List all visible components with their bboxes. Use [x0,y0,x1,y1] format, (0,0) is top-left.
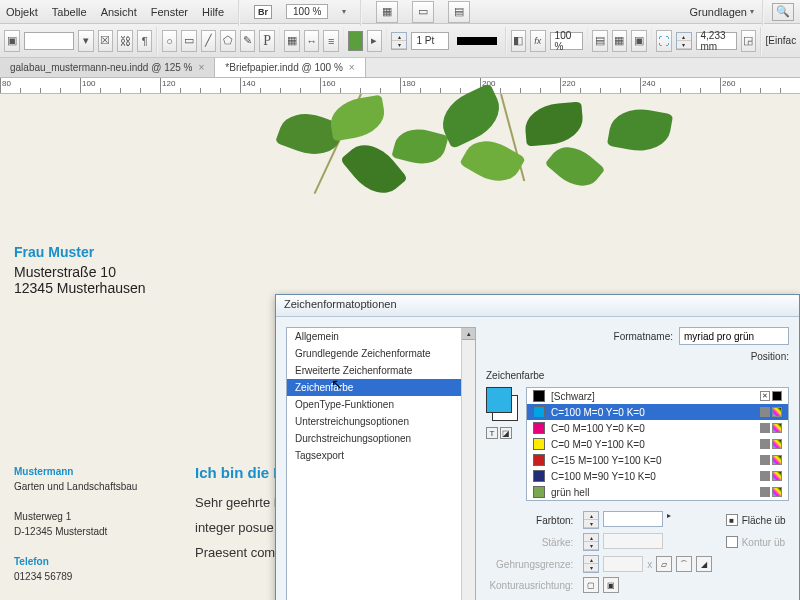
horizontal-ruler[interactable]: 80100120140160180200220240260280 [0,78,800,94]
align-icon[interactable]: ≡ [323,30,339,52]
tint-spinner[interactable]: ▴▾ [583,511,599,529]
stroke-overprint-label: Kontur üb [742,537,785,548]
shape-ellipse-icon[interactable]: ○ [162,30,178,52]
workspace-switcher[interactable]: Grundlagen [690,6,755,18]
separator [156,27,157,55]
bridge-icon[interactable]: Br [254,5,272,19]
join-miter-icon[interactable]: ⏥ [656,556,672,572]
fill-swatch[interactable] [348,31,362,51]
weight-spinner[interactable]: ▴▾ [583,533,599,551]
swatch-row[interactable]: grün hell [527,484,788,500]
dropdown-icon[interactable]: ▾ [78,30,94,52]
fill-overprint-label: Fläche üb [742,515,786,526]
tint-dropdown-icon[interactable]: ▸ [667,511,671,529]
category-item[interactable]: Erweiterte Zeichenformate [287,362,475,379]
link-icon[interactable]: ⛓ [117,30,133,52]
fx-icon[interactable]: fx [530,30,546,52]
document-tab-2[interactable]: *Briefpapier.indd @ 100 % × [215,58,365,77]
screen-mode-icon[interactable]: ▭ [412,1,434,23]
opacity-field[interactable]: 100 % [550,32,583,50]
category-item[interactable]: Tagsexport [287,447,475,464]
swap-icon[interactable]: ▸ [367,30,383,52]
separator [651,27,652,55]
miter-spinner[interactable]: ▴▾ [583,555,599,573]
corner-icon[interactable]: ◲ [741,30,757,52]
category-item[interactable]: Unterstreichungsoptionen [287,413,475,430]
swatch-type-icons [760,487,782,497]
measure-spinner[interactable]: ▴▾ [676,32,692,50]
type-icon[interactable]: P [259,30,275,52]
close-icon[interactable]: × [199,62,205,73]
fill-overprint-checkbox[interactable]: ■ [726,514,738,526]
text-wrap-shape-icon[interactable]: ▣ [631,30,647,52]
swatch-type-icons [760,407,782,417]
menu-ansicht[interactable]: Ansicht [101,6,137,18]
text-wrap-none-icon[interactable]: ▤ [592,30,608,52]
swatch-name: grün hell [551,487,589,498]
body-block[interactable]: Ich bin die H Sehr geehrte F integer pos… [195,464,286,570]
formatname-input[interactable] [679,327,789,345]
arrange-icon[interactable]: ▤ [448,1,470,23]
greeting: Sehr geehrte F [195,495,286,510]
document-canvas[interactable]: Frau Muster Musterstraße 10 12345 Muster… [0,94,800,600]
text-wrap-icon[interactable]: ¶ [137,30,153,52]
swatch-row[interactable]: C=0 M=0 Y=100 K=0 [527,436,788,452]
grid-icon[interactable]: ▦ [284,30,300,52]
swatch-row[interactable]: C=0 M=100 Y=0 K=0 [527,420,788,436]
miter-x-label: x [647,559,652,570]
fill-stroke-proxy[interactable]: T ◪ [486,387,520,439]
stroke-preview[interactable] [457,37,498,45]
zoom-level[interactable]: 100 % [286,4,328,19]
crop-icon[interactable]: ⛶ [656,30,672,52]
menu-objekt[interactable]: Objekt [6,6,38,18]
zoom-dropdown-icon[interactable]: ▾ [342,7,346,16]
join-round-icon[interactable]: ⌒ [676,556,692,572]
swatch-name: [Schwarz] [551,391,595,402]
shape-poly-icon[interactable]: ⬠ [220,30,236,52]
addressee-block[interactable]: Frau Muster Musterstraße 10 12345 Muster… [14,244,146,296]
text-wrap-bound-icon[interactable]: ▦ [612,30,628,52]
style-field[interactable] [24,32,75,50]
stroke-spinner[interactable]: ▴▾ [391,32,407,50]
shape-rect-icon[interactable]: ▭ [181,30,197,52]
sender-block[interactable]: Mustermann Garten und Landschaftsbau Mus… [14,464,137,600]
opacity-icon[interactable]: ◧ [511,30,527,52]
menu-tabelle[interactable]: Tabelle [52,6,87,18]
shape-line-icon[interactable]: ╱ [201,30,217,52]
swatch-row[interactable]: [Schwarz]✕ [527,388,788,404]
category-list[interactable]: AllgemeinGrundlegende ZeichenformateErwe… [286,327,476,600]
stroke-align-center-icon[interactable]: ▢ [583,577,599,593]
separator [587,27,588,55]
category-item[interactable]: Durchstreichungsoptionen [287,430,475,447]
category-item[interactable]: Grundlegende Zeichenformate [287,345,475,362]
swatch-row[interactable]: C=100 M=90 Y=10 K=0 [527,468,788,484]
swatch-list[interactable]: [Schwarz]✕C=100 M=0 Y=0 K=0C=0 M=100 Y=0… [526,387,789,501]
category-item[interactable]: Allgemein [287,328,475,345]
category-item[interactable]: OpenType-Funktionen [287,396,475,413]
close-icon[interactable]: × [349,62,355,73]
measure-field[interactable]: 4,233 mm [696,32,737,50]
category-item[interactable]: Zeichenfarbe [287,379,475,396]
search-icon[interactable]: 🔍 [772,3,794,21]
fill-proxy[interactable] [486,387,512,413]
scrollbar[interactable]: ▴ [461,328,475,600]
stroke-weight[interactable]: 1 Pt [411,32,448,50]
section-title: Zeichenfarbe [486,370,789,381]
object-type-icon[interactable]: ▣ [4,30,20,52]
menu-fenster[interactable]: Fenster [151,6,188,18]
join-bevel-icon[interactable]: ◢ [696,556,712,572]
stroke-align-outside-icon[interactable]: ▣ [603,577,619,593]
swatch-row[interactable]: C=15 M=100 Y=100 K=0 [527,452,788,468]
farbton-label: Farbton: [486,515,573,526]
format-text-icon[interactable]: T [486,427,498,439]
format-container-icon[interactable]: ◪ [500,427,512,439]
menu-hilfe[interactable]: Hilfe [202,6,224,18]
gap-icon[interactable]: ↔ [304,30,320,52]
swatch-row[interactable]: C=100 M=0 Y=0 K=0 [527,404,788,420]
fill-none-icon[interactable]: ☒ [98,30,114,52]
document-tab-1[interactable]: galabau_mustermann-neu.indd @ 125 % × [0,58,215,77]
swatch-type-icons: ✕ [760,391,782,401]
view-options-icon[interactable]: ▦ [376,1,398,23]
tint-input[interactable] [603,511,663,527]
pen-icon[interactable]: ✎ [240,30,256,52]
